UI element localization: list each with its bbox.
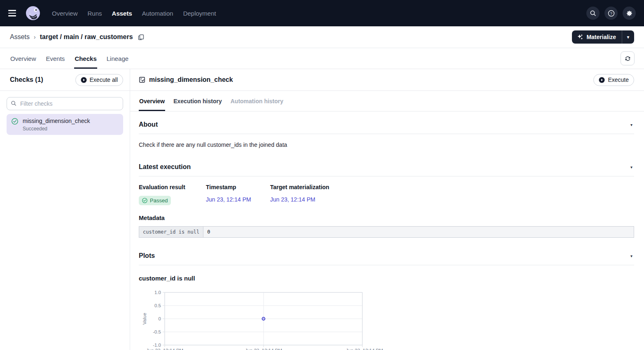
tab-automation-history[interactable]: Automation history (230, 91, 284, 111)
plot-title: customer_id is null (139, 275, 634, 282)
copy-icon[interactable] (138, 34, 144, 40)
materialize-split-button: Materialize ▼ (572, 30, 634, 44)
svg-text:1.0: 1.0 (154, 290, 161, 295)
metadata-table: customer_id is null 0 (139, 226, 634, 238)
svg-text:0: 0 (159, 316, 161, 321)
nav-deployment[interactable]: Deployment (182, 8, 217, 19)
metadata-key: customer_id is null (139, 227, 203, 238)
metadata-value: 0 (203, 227, 634, 238)
check-list-item[interactable]: missing_dimension_check Succeeded (7, 114, 123, 135)
value-scatter-chart: 1.00.50-0.5-1.0Jun 23, 12:14 PMJun 23, 1… (139, 287, 634, 350)
tab-execution-history[interactable]: Execution history (173, 91, 222, 111)
timestamp-link[interactable]: Jun 23, 12:14 PM (206, 196, 251, 203)
check-success-icon (12, 118, 18, 132)
execute-all-button[interactable]: Execute all (75, 74, 123, 86)
dagster-logo-icon[interactable] (25, 5, 41, 21)
sparkle-icon (577, 34, 583, 40)
latest-execution-table: Evaluation result Timestamp Target mater… (139, 184, 634, 205)
help-icon[interactable]: ? (604, 7, 618, 20)
check-success-icon (142, 198, 147, 203)
nav-overview[interactable]: Overview (51, 8, 79, 19)
checks-sidebar: Checks (1) Execute all (0, 69, 130, 350)
asset-check-icon (139, 76, 145, 83)
execute-button[interactable]: Execute (593, 74, 634, 86)
breadcrumb-assets-link[interactable]: Assets (10, 33, 30, 41)
nav-automation[interactable]: Automation (141, 8, 174, 19)
search-icon[interactable] (586, 7, 600, 20)
asset-tabs-row: Overview Events Checks Lineage (0, 48, 644, 69)
nav-runs[interactable]: Runs (87, 8, 103, 19)
svg-text:Jun 23, 12:14 PM: Jun 23, 12:14 PM (245, 348, 282, 350)
search-icon (11, 100, 16, 108)
svg-text:?: ? (610, 11, 612, 16)
collapse-caret-icon[interactable]: ▾ (629, 164, 634, 170)
menu-icon[interactable] (8, 7, 20, 19)
nav-assets[interactable]: Assets (111, 8, 133, 19)
target-materialization-link[interactable]: Jun 23, 12:14 PM (270, 196, 315, 203)
settings-gear-icon[interactable] (623, 7, 636, 20)
svg-text:0.5: 0.5 (154, 303, 161, 308)
metadata-heading: Metadata (139, 215, 634, 221)
check-detail-tabs: Overview Execution history Automation hi… (130, 91, 644, 111)
about-heading: About (139, 121, 158, 128)
tab-events[interactable]: Events (46, 48, 65, 69)
check-item-name: missing_dimension_check (23, 117, 90, 125)
breadcrumb-asset-key: target / main / raw_customers (40, 33, 133, 41)
materialize-button[interactable]: Materialize (572, 30, 622, 44)
svg-text:Jun 23, 12:14 PM: Jun 23, 12:14 PM (346, 348, 383, 350)
tab-lineage[interactable]: Lineage (106, 48, 129, 69)
check-detail-panel: missing_dimension_check Execute Overview… (130, 69, 644, 350)
plots-heading: Plots (139, 252, 155, 260)
metadata-row: customer_id is null 0 (139, 227, 634, 238)
check-detail-title: missing_dimension_check (149, 76, 233, 83)
svg-text:Jun 23, 12:14 PM: Jun 23, 12:14 PM (146, 348, 183, 350)
column-timestamp: Timestamp (206, 184, 270, 196)
play-circle-icon (599, 77, 605, 83)
materialize-label: Materialize (586, 34, 616, 40)
column-evaluation-result: Evaluation result (139, 184, 206, 196)
filter-checks-input[interactable] (7, 97, 123, 110)
app-window: Overview Runs Assets Automation Deployme… (0, 0, 644, 350)
status-badge: Passed (139, 196, 171, 205)
chevron-right-icon: › (34, 34, 36, 40)
plot-svg: 1.00.50-0.5-1.0Jun 23, 12:14 PMJun 23, 1… (139, 287, 394, 350)
checks-count-title: Checks (1) (10, 76, 43, 83)
materialize-dropdown-caret[interactable]: ▼ (622, 30, 634, 44)
collapse-caret-icon[interactable]: ▾ (629, 253, 634, 259)
play-circle-icon (81, 77, 87, 83)
svg-text:Value: Value (142, 313, 147, 325)
primary-nav: Overview Runs Assets Automation Deployme… (51, 8, 217, 19)
breadcrumb: Assets › target / main / raw_customers (10, 33, 144, 41)
svg-text:-1.0: -1.0 (153, 343, 161, 348)
breadcrumb-row: Assets › target / main / raw_customers M… (0, 26, 644, 48)
refresh-icon[interactable] (621, 51, 635, 65)
latest-execution-heading: Latest execution (139, 163, 191, 171)
about-section-header: About ▾ (139, 121, 634, 134)
tab-checks[interactable]: Checks (74, 48, 97, 69)
tab-check-overview[interactable]: Overview (139, 91, 165, 111)
asset-tabs: Overview Events Checks Lineage (10, 48, 129, 69)
collapse-caret-icon[interactable]: ▾ (629, 122, 634, 128)
plots-section-header: Plots ▾ (139, 252, 634, 265)
top-navbar: Overview Runs Assets Automation Deployme… (0, 0, 644, 26)
svg-text:-0.5: -0.5 (153, 329, 161, 334)
check-description: Check if there are any null customer_ids… (139, 141, 634, 148)
latest-execution-section-header: Latest execution ▾ (139, 163, 634, 176)
check-item-status: Succeeded (23, 126, 90, 132)
column-target-materialization: Target materialization (270, 184, 634, 196)
tab-overview[interactable]: Overview (10, 48, 37, 69)
